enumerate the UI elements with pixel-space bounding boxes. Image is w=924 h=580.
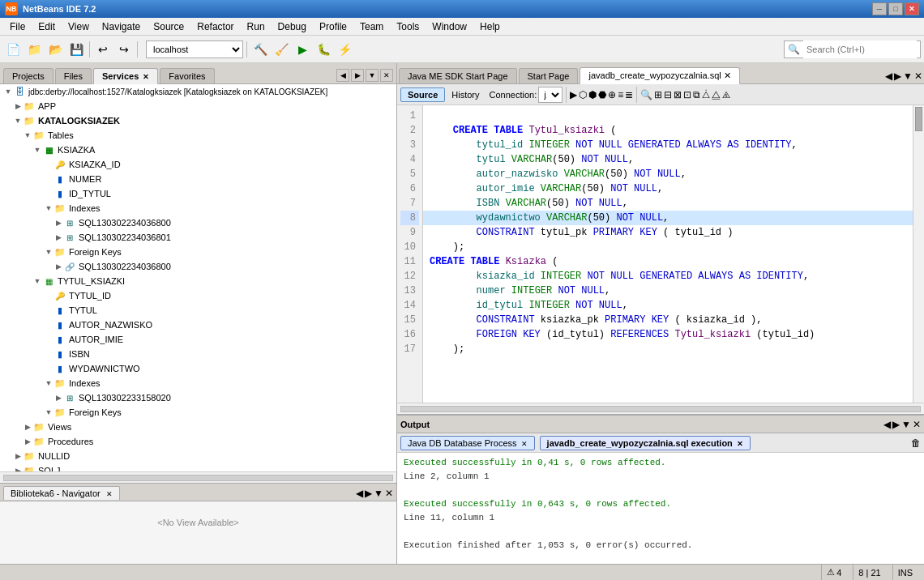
open-project-button[interactable]: 📁 xyxy=(24,40,44,59)
tree-item-views[interactable]: ▶ 📁 Views xyxy=(0,420,396,434)
maximize-button[interactable]: □ xyxy=(888,2,903,15)
tree-item-tytul[interactable]: ▼ ▦ TYTUL_KSIAZKI xyxy=(0,274,396,288)
debug-button[interactable]: 🐛 xyxy=(314,40,333,59)
profile-button[interactable]: ⚡ xyxy=(335,40,354,59)
tree-item-ksiazka-id[interactable]: 🔑 KSIAZKA_ID xyxy=(0,157,396,172)
run-button[interactable]: ▶ xyxy=(293,40,312,59)
editor-vscroll[interactable] xyxy=(913,105,924,403)
menu-item-team[interactable]: Team xyxy=(353,19,390,34)
tree-item-fk-1[interactable]: ▼ 📁 Foreign Keys xyxy=(0,245,396,259)
output-prev[interactable]: ◀ xyxy=(883,419,891,430)
undo-button[interactable]: ↩ xyxy=(93,40,113,59)
tree-item-app[interactable]: ▶ 📁 APP xyxy=(0,99,396,113)
tree-item-ksiazka[interactable]: ▼ ▦ KSIAZKA xyxy=(0,143,396,157)
tab-projects[interactable]: Projects xyxy=(3,68,53,83)
tree-item-tytul-col[interactable]: ▮ TYTUL xyxy=(0,303,396,318)
output-menu[interactable]: ▼ xyxy=(901,419,911,430)
menu-item-source[interactable]: Source xyxy=(147,19,190,34)
sql-tab-close[interactable]: ✕ xyxy=(724,70,731,80)
tab-files[interactable]: Files xyxy=(55,68,92,83)
host-combo[interactable]: localhost xyxy=(146,41,243,58)
menu-item-view[interactable]: View xyxy=(62,19,96,34)
tree-item-idx2[interactable]: ▶ ⊞ SQL130302234036801 xyxy=(0,230,396,245)
menu-item-debug[interactable]: Debug xyxy=(272,19,313,34)
menu-item-tools[interactable]: Tools xyxy=(390,19,426,34)
editor-btn-1[interactable]: ▶ xyxy=(570,89,577,100)
output-clear-btn[interactable]: 🗑 xyxy=(911,437,921,449)
menu-item-profile[interactable]: Profile xyxy=(313,19,353,34)
menu-item-file[interactable]: File xyxy=(3,19,32,34)
tab-services[interactable]: Services ✕ xyxy=(93,68,158,84)
navigator-next[interactable]: ▶ xyxy=(365,488,372,499)
editor-tab-next[interactable]: ▶ xyxy=(894,70,901,82)
menu-item-run[interactable]: Run xyxy=(241,19,272,34)
sql-execution-tab[interactable]: javadb_create_wypozyczalnia.sql executio… xyxy=(540,436,751,450)
new-file-button[interactable]: 📄 xyxy=(3,40,23,59)
minimize-button[interactable]: ─ xyxy=(872,2,887,15)
close-button[interactable]: ✕ xyxy=(905,2,919,15)
tree-item-katalog[interactable]: ▼ 📁 KATALOGKSIAZEK xyxy=(0,113,396,128)
open-file-button[interactable]: 📂 xyxy=(45,40,65,59)
tree-item-fk1[interactable]: ▶ 🔗 SQL130302234036800 xyxy=(0,259,396,274)
left-panel-next[interactable]: ▶ xyxy=(351,69,364,82)
tab-java-me[interactable]: Java ME SDK Start Page xyxy=(399,68,517,83)
menu-item-navigate[interactable]: Navigate xyxy=(96,19,147,34)
build-button[interactable]: 🔨 xyxy=(250,40,270,59)
editor-btn-2[interactable]: ⬡ xyxy=(579,89,587,100)
menu-item-edit[interactable]: Edit xyxy=(32,19,62,34)
tree-item-wydawnictwo[interactable]: ▮ WYDAWNICTWO xyxy=(0,361,396,376)
menu-item-window[interactable]: Window xyxy=(426,19,473,34)
navigator-close[interactable]: ✕ xyxy=(106,490,113,498)
editor-btn-11[interactable]: ⊠ xyxy=(674,89,682,100)
editor-btn-3[interactable]: ⬢ xyxy=(588,89,597,100)
editor-tab-menu[interactable]: ▼ xyxy=(903,70,913,82)
editor-btn-6[interactable]: ≡ xyxy=(618,89,623,100)
tree-hscroll[interactable] xyxy=(0,471,396,483)
editor-btn-5[interactable]: ⊕ xyxy=(608,89,616,100)
navigator-close-btn[interactable]: ✕ xyxy=(385,488,393,499)
tree-item-procedures[interactable]: ▶ 📁 Procedures xyxy=(0,434,396,449)
clean-build-button[interactable]: 🧹 xyxy=(272,40,291,59)
editor-btn-13[interactable]: ⧉ xyxy=(693,89,700,100)
history-tab[interactable]: History xyxy=(447,88,484,101)
java-db-process-tab[interactable]: Java DB Database Process ✕ xyxy=(400,436,535,450)
tree-item-tables[interactable]: ▼ 📁 Tables xyxy=(0,128,396,143)
tree-item-autor-imie[interactable]: ▮ AUTOR_IMIE xyxy=(0,332,396,347)
tree-item-idx1[interactable]: ▶ ⊞ SQL130302234036800 xyxy=(0,215,396,230)
tree-item-id-tytul[interactable]: ▮ ID_TYTUL xyxy=(0,186,396,201)
tree-item-indexes-1[interactable]: ▼ 📁 Indexes xyxy=(0,201,396,215)
left-panel-close[interactable]: ✕ xyxy=(380,69,393,82)
tree-root[interactable]: ▼ 🗄 jdbc:derby://localhost:1527/Katalogk… xyxy=(0,84,396,99)
menu-item-help[interactable]: Help xyxy=(473,19,507,34)
tab-sql-file[interactable]: javadb_create_wypozyczalnia.sql ✕ xyxy=(580,67,739,84)
connection-combo[interactable]: j... xyxy=(538,87,563,103)
search-input[interactable] xyxy=(803,41,917,58)
tree-item-idx3[interactable]: ▶ ⊞ SQL130302233158020 xyxy=(0,390,396,405)
navigator-tab[interactable]: Biblioteka6 - Navigator ✕ xyxy=(3,486,120,500)
tree-item-autor-nazwisko[interactable]: ▮ AUTOR_NAZWISKO xyxy=(0,318,396,332)
tree-item-numer[interactable]: ▮ NUMER xyxy=(0,172,396,186)
save-button[interactable]: 💾 xyxy=(66,40,86,59)
tree-item-sqlj[interactable]: ▶ 📁 SQLJ xyxy=(0,463,396,471)
editor-btn-7[interactable]: ≣ xyxy=(625,89,633,100)
menu-item-refactor[interactable]: Refactor xyxy=(190,19,240,34)
navigator-prev[interactable]: ◀ xyxy=(356,488,363,499)
left-panel-menu[interactable]: ▼ xyxy=(366,69,379,82)
tab-favorites[interactable]: Favorites xyxy=(160,68,214,83)
editor-tab-close[interactable]: ✕ xyxy=(914,70,922,82)
tab-start-page[interactable]: Start Page xyxy=(519,68,579,83)
left-panel-prev[interactable]: ◀ xyxy=(336,69,349,82)
tree-item-tytul-id[interactable]: 🔑 TYTUL_ID xyxy=(0,288,396,303)
editor-btn-8[interactable]: 🔍 xyxy=(640,89,652,100)
output-close[interactable]: ✕ xyxy=(913,419,921,430)
output-next[interactable]: ▶ xyxy=(892,419,900,430)
editor-btn-15[interactable]: ⧋ xyxy=(712,89,721,100)
editor-btn-4[interactable]: ⬣ xyxy=(598,89,606,100)
tree-item-fk-2[interactable]: ▼ 📁 Foreign Keys xyxy=(0,405,396,420)
code-content[interactable]: CREATE TABLE Tytul_ksiazki ( tytul_id IN… xyxy=(423,105,913,403)
redo-button[interactable]: ↪ xyxy=(114,40,134,59)
editor-btn-10[interactable]: ⊟ xyxy=(664,89,672,100)
code-editor[interactable]: 1 2 3 4 5 6 7 8 9 10 11 12 13 14 15 16 1… xyxy=(397,105,924,403)
source-tab[interactable]: Source xyxy=(400,87,445,102)
tree-item-isbn[interactable]: ▮ ISBN xyxy=(0,347,396,361)
